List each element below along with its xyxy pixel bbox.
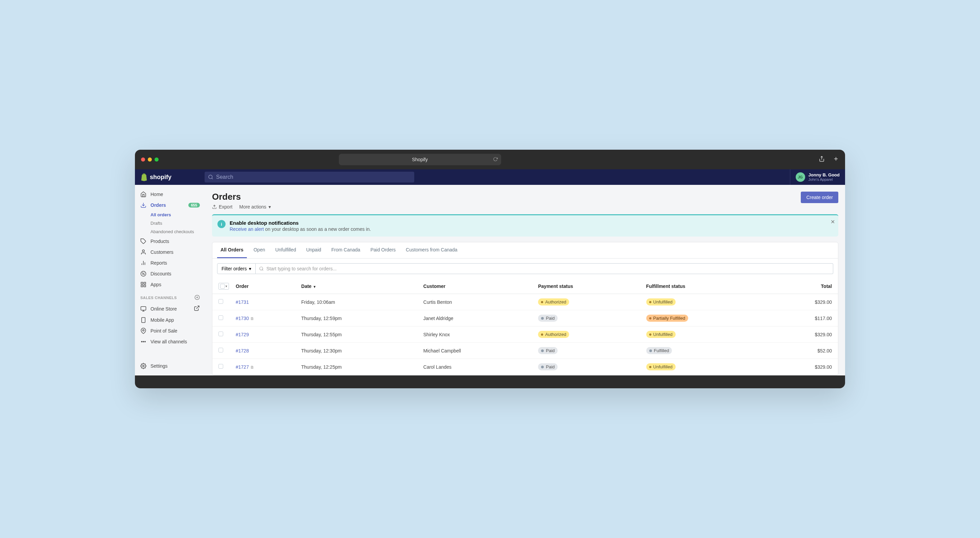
row-checkbox[interactable] [218,299,223,304]
table-row[interactable]: #1731 Friday, 10:06am Curtis Benton Auth… [212,294,838,310]
pos-icon [140,328,146,334]
order-date: Thursday, 12:59pm [298,310,420,327]
col-customer[interactable]: Customer [420,279,535,294]
apps-icon [140,281,146,287]
note-icon: 🗎 [250,316,254,321]
caret-down-icon: ▾ [269,204,271,209]
order-link[interactable]: #1730 [236,316,249,321]
row-checkbox[interactable] [218,348,223,352]
banner-title: Enable desktop notifications [230,220,371,226]
sidebar-item-reports[interactable]: Reports [135,257,205,268]
create-order-button[interactable]: Create order [801,192,838,203]
payment-badge: Authorized [538,331,569,338]
banner-link[interactable]: Receive an alert [230,227,264,232]
customer-name: Curtis Benton [420,294,535,310]
channel-online-store[interactable]: Online Store [135,303,205,314]
user-store: John's Apparel [808,178,840,182]
sidebar-item-products[interactable]: Products [135,236,205,247]
sidebar-settings[interactable]: Settings [135,360,205,371]
banner-body: Receive an alert on your desktop as soon… [230,227,371,232]
window-maximize-button[interactable] [154,157,159,162]
search-icon [208,175,213,180]
svg-rect-22 [141,306,146,310]
user-name: Jonny B. Good [808,172,840,178]
payment-badge: Authorized [538,298,569,305]
order-link[interactable]: #1728 [236,348,249,354]
table-row[interactable]: #1729 Thursday, 12:55pm Shirley Knox Aut… [212,327,838,343]
row-checkbox[interactable] [218,315,223,320]
table-row[interactable]: #1728 Thursday, 12:30pm Michael Campbell… [212,343,838,359]
share-icon[interactable] [819,156,825,163]
order-date: Friday, 10:06am [298,294,420,310]
logo[interactable]: shopify [140,173,205,181]
select-all-checkbox[interactable]: ▾ [218,283,229,290]
col-order[interactable]: Order [232,279,298,294]
page-title: Orders [212,192,271,202]
row-checkbox[interactable] [218,364,223,369]
search-placeholder: Search [216,174,233,180]
tab-customers-from-canada[interactable]: Customers from Canada [402,242,461,258]
sidebar-item-discounts[interactable]: Discounts [135,268,205,279]
tab-unpaid[interactable]: Unpaid [303,242,324,258]
window-minimize-button[interactable] [148,157,152,162]
svg-rect-16 [144,282,146,284]
new-tab-icon[interactable] [833,156,839,163]
traffic-lights [141,157,159,162]
products-icon [140,238,146,244]
order-link[interactable]: #1727 [236,364,249,370]
customer-name: Shirley Knox [420,327,535,343]
mobile-icon [140,317,146,323]
orders-badge: 655 [188,203,200,208]
user-menu[interactable]: JG Jonny B. Good John's Apparel [790,169,840,185]
order-link[interactable]: #1729 [236,332,249,337]
svg-point-28 [143,330,145,331]
external-link-icon[interactable] [194,305,200,312]
order-link[interactable]: #1731 [236,299,249,305]
sidebar-item-home[interactable]: Home [135,189,205,200]
order-date: Thursday, 12:30pm [298,343,420,359]
tab-from-canada[interactable]: From Canada [328,242,364,258]
url-bar[interactable]: Shopify [339,154,501,165]
sidebar-sub-drafts[interactable]: Drafts [151,219,205,227]
online-store-icon [140,306,146,312]
close-icon[interactable]: ✕ [830,219,835,225]
col-total[interactable]: Total [769,279,838,294]
reload-icon[interactable] [493,157,498,163]
filter-search-input[interactable]: Start typing to search for orders... [256,263,833,274]
sidebar-item-customers[interactable]: Customers [135,247,205,257]
more-actions-button[interactable]: More actions ▾ [239,204,270,209]
col-fulfillment[interactable]: Fulfillment status [643,279,769,294]
sidebar-item-apps[interactable]: Apps [135,279,205,290]
caret-down-icon: ▾ [249,266,251,271]
sidebar-item-orders[interactable]: Orders655 [135,200,205,211]
row-checkbox[interactable] [218,332,223,336]
content-area: Orders Export More actions ▾ Create orde… [205,185,845,375]
sidebar-item-label: Reports [151,260,167,266]
export-icon [212,205,217,209]
export-button[interactable]: Export [212,204,232,209]
avatar: JG [796,172,805,182]
global-search[interactable]: Search [205,172,414,183]
table-row[interactable]: #1730🗎 Thursday, 12:59pm Janet Aldridge … [212,310,838,327]
channel-point-of-sale[interactable]: Point of Sale [135,325,205,336]
sidebar-sub-abandoned-checkouts[interactable]: Abandoned checkouts [151,227,205,236]
gear-icon [140,363,146,369]
svg-rect-18 [141,285,143,287]
sidebar-sub-all-orders[interactable]: All orders [151,211,205,219]
col-payment[interactable]: Payment status [535,279,643,294]
order-total: $52.00 [769,343,838,359]
add-channel-icon[interactable] [194,295,200,301]
tab-all-orders[interactable]: All Orders [217,242,247,258]
user-text: Jonny B. Good John's Apparel [808,172,840,182]
view-all-channels[interactable]: ••• View all channels [135,336,205,347]
filter-orders-button[interactable]: Filter orders ▾ [217,263,256,274]
channel-mobile-app[interactable]: Mobile App [135,314,205,325]
table-row[interactable]: #1727🗎 Thursday, 12:25pm Carol Landes Pa… [212,359,838,375]
tab-unfulfilled[interactable]: Unfulfilled [272,242,299,258]
svg-point-14 [144,275,145,275]
tab-open[interactable]: Open [250,242,269,258]
col-date[interactable]: Date▼ [298,279,420,294]
window-close-button[interactable] [141,157,145,162]
svg-point-7 [142,250,145,252]
tab-paid-orders[interactable]: Paid Orders [367,242,399,258]
